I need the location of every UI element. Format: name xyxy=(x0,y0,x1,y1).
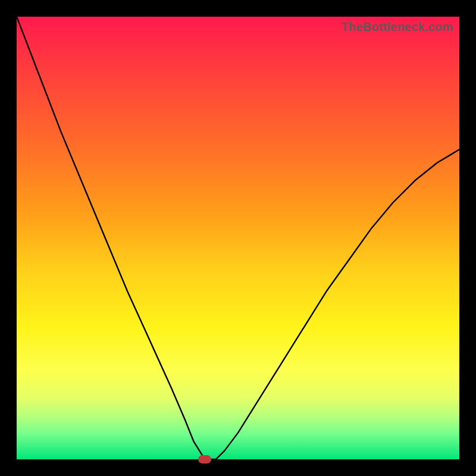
plot-area: TheBottleneck.com xyxy=(17,17,459,459)
bottleneck-curve xyxy=(17,17,459,459)
optimum-marker xyxy=(198,455,211,464)
chart-frame: TheBottleneck.com xyxy=(0,0,476,476)
